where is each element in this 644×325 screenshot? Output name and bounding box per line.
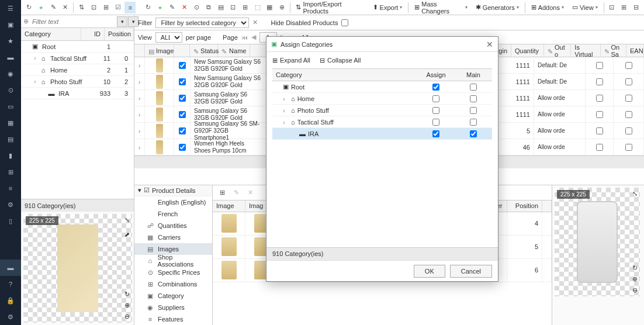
detail-item[interactable]: English (English): [134, 196, 212, 208]
edit-icon[interactable]: ✎: [48, 2, 59, 13]
modal-category-row[interactable]: ▬IRA: [272, 128, 492, 140]
delete-icon[interactable]: ✕: [60, 2, 71, 13]
detail-item[interactable]: ⊙Specific Prices: [134, 267, 212, 278]
copy-icon[interactable]: ⧉: [203, 2, 214, 13]
zoom-in-icon[interactable]: ⊕: [124, 302, 130, 309]
tree-row[interactable]: ›⌂Photo Stuff102: [21, 76, 134, 88]
wrench-icon[interactable]: ⚙: [0, 196, 21, 213]
detail-item[interactable]: ⊞Combinations: [134, 278, 212, 290]
tag-icon[interactable]: ⊙: [0, 82, 21, 98]
gear-icon[interactable]: ⚙: [0, 309, 21, 325]
collapse-all-button[interactable]: ⊟Collapse All: [320, 57, 361, 64]
lock-icon[interactable]: 🔒: [0, 292, 21, 309]
generators-dropdown[interactable]: ✱Generators▾: [472, 2, 522, 12]
detail-item[interactable]: ◉Suppliers: [134, 302, 212, 313]
delete2-icon[interactable]: ✕: [179, 2, 190, 13]
ok-button[interactable]: OK: [414, 265, 445, 278]
book-icon[interactable]: ▤: [0, 131, 21, 147]
dt-del-icon[interactable]: ✕: [244, 186, 256, 198]
add-icon[interactable]: +: [36, 2, 47, 13]
first-page-icon[interactable]: ⏮: [241, 34, 248, 41]
t11-icon[interactable]: ⊡: [607, 2, 618, 13]
modal-category-row[interactable]: ›⌂Photo Stuff: [272, 105, 492, 116]
detail-header[interactable]: ▾☑Product Details: [134, 185, 212, 197]
t7-icon[interactable]: ⊞: [240, 2, 251, 13]
filter-btn1[interactable]: ▾: [117, 16, 127, 27]
archive-icon[interactable]: ▬: [0, 49, 21, 65]
detail-item[interactable]: ▦Carriers: [134, 231, 212, 243]
tree-row[interactable]: ▣Root1: [21, 41, 134, 53]
star-icon[interactable]: ★: [0, 33, 21, 49]
tool3-icon[interactable]: ⊞: [101, 2, 112, 13]
t9-icon[interactable]: ▦: [264, 2, 275, 13]
refresh-thumb-icon[interactable]: ↻: [124, 291, 130, 298]
modal-category-row[interactable]: ›⌂Home: [272, 93, 492, 105]
tree-row[interactable]: ▬IRA9333: [21, 88, 134, 99]
truck-icon[interactable]: ▦: [0, 115, 21, 131]
dt-edit-icon[interactable]: ✎: [230, 186, 242, 198]
help-icon[interactable]: ?: [0, 276, 21, 292]
user-icon[interactable]: ◉: [0, 65, 21, 82]
tree-row[interactable]: ⌂Home21: [21, 64, 134, 76]
menu-icon[interactable]: ☰: [0, 0, 21, 16]
detail-item[interactable]: ▤Images: [134, 243, 212, 255]
r-zoom-in-icon[interactable]: ⊕: [632, 275, 638, 283]
prev-page-icon[interactable]: ◀: [251, 33, 256, 41]
tree-header: Category ID Position: [21, 28, 134, 41]
paste-icon[interactable]: ▤: [216, 2, 227, 13]
dt-add-icon[interactable]: ⊞: [216, 186, 228, 198]
t13-icon[interactable]: ⊟: [631, 2, 642, 13]
hide-disabled-checkbox[interactable]: [341, 19, 348, 26]
r-arrow-icon[interactable]: ⤡: [632, 190, 638, 198]
sliders-icon[interactable]: ≡: [0, 180, 21, 196]
modal-close-icon[interactable]: ✕: [486, 40, 493, 49]
refresh-icon[interactable]: ↻: [23, 2, 34, 13]
arrow-icon[interactable]: ⤡: [124, 216, 130, 224]
modal-category-row[interactable]: ▣Root: [272, 81, 492, 93]
mass-changers-dropdown[interactable]: ⊞Mass Changers▾: [411, 0, 470, 16]
view-select[interactable]: ALL: [155, 32, 182, 43]
refresh2-icon[interactable]: ↻: [143, 2, 154, 13]
view-dropdown[interactable]: ▭View▾: [569, 2, 601, 12]
detail-item[interactable]: ☍Quantities: [134, 220, 212, 231]
tool1-icon[interactable]: ⇅: [76, 2, 87, 13]
chart-icon[interactable]: ▮: [0, 147, 21, 164]
filter-select[interactable]: Filter by selected category: [155, 18, 249, 28]
r-zoom-out-icon[interactable]: ⊖: [632, 286, 638, 294]
detail-item[interactable]: ≡Features: [134, 313, 212, 325]
detail-item[interactable]: ⌂Shop Associations: [134, 255, 212, 267]
category-panel: ⊕ ▾ ▾ Category ID Position ▣Root1›⌂Tacti…: [21, 15, 134, 325]
tool5-icon[interactable]: ≡: [124, 2, 136, 13]
edit2-icon[interactable]: ✎: [167, 2, 178, 13]
t8-icon[interactable]: ⬚: [252, 2, 263, 13]
t12-icon[interactable]: ⊞: [618, 2, 629, 13]
r-refresh-icon[interactable]: ↻: [632, 264, 638, 272]
addons-dropdown[interactable]: ⊞Addons▾: [528, 2, 567, 12]
puzzle-icon[interactable]: ⊞: [0, 164, 21, 180]
modal-category-row[interactable]: ›⌂Tactical Stuff: [272, 116, 492, 128]
expand-all-button[interactable]: ⊞Expand All: [272, 57, 310, 64]
external-icon[interactable]: ⬈: [124, 231, 130, 238]
tool4-icon[interactable]: ☑: [113, 2, 124, 13]
filter-clear-icon[interactable]: ✕: [252, 19, 258, 26]
t6-icon[interactable]: ⊡: [227, 2, 238, 13]
t10-icon[interactable]: ⊕: [276, 2, 288, 13]
message-icon[interactable]: ▭: [0, 98, 21, 115]
export-dropdown[interactable]: ⬆Export▾: [369, 2, 406, 12]
modal-icon: ▣: [271, 40, 277, 48]
filter-input[interactable]: [31, 17, 115, 26]
import-export-dropdown[interactable]: ⇅Import/Export Products: [292, 0, 368, 16]
store-icon[interactable]: ▣: [0, 16, 21, 33]
add2-icon[interactable]: +: [155, 2, 166, 13]
inbox-icon[interactable]: ▬: [0, 260, 21, 276]
cancel-button[interactable]: Cancel: [450, 265, 492, 278]
detail-item[interactable]: ▣Category: [134, 290, 212, 302]
search2-icon[interactable]: ⊙: [191, 2, 202, 13]
sidebar: ☰ ▣ ★ ▬ ◉ ⊙ ▭ ▦ ▤ ▮ ⊞ ≡ ⚙ ▯ ▬ ? 🔒 ⚙: [0, 0, 21, 325]
tool2-icon[interactable]: ⊡: [88, 2, 99, 13]
zoom-out-icon[interactable]: ⊖: [124, 313, 130, 320]
modal-category-header: Category Assign Main: [272, 68, 492, 81]
detail-item[interactable]: French: [134, 208, 212, 220]
tree-row[interactable]: ›⌂Tactical Stuff110: [21, 53, 134, 64]
stats-icon[interactable]: ▯: [0, 213, 21, 229]
